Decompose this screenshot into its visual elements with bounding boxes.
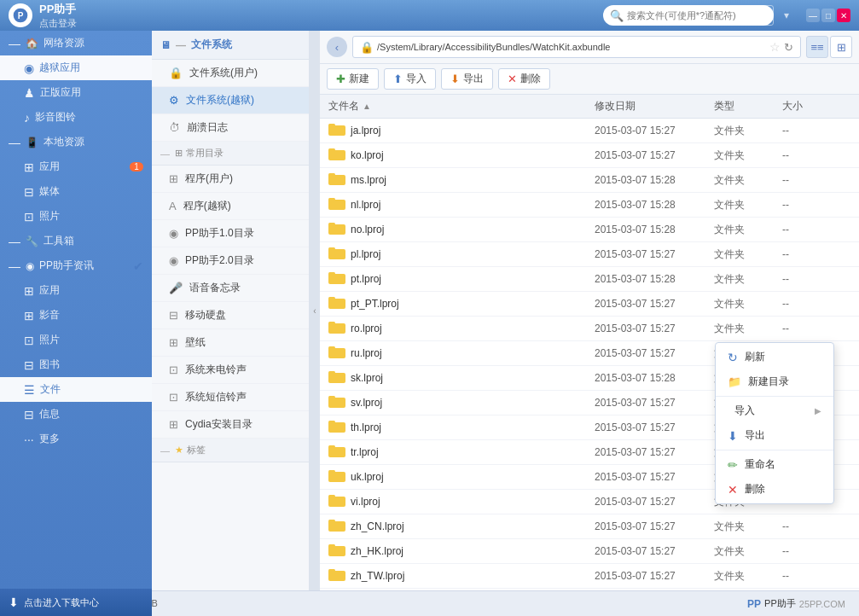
file-size: --	[782, 248, 850, 260]
middle-item-cydia[interactable]: ⊞ Cydia安装目录	[152, 411, 309, 439]
svg-rect-5	[328, 148, 335, 153]
search-input[interactable]	[627, 10, 763, 20]
network-label: 网络资源	[44, 36, 84, 50]
ctx-delete-icon: ✕	[728, 483, 738, 497]
export-btn[interactable]: ⬇ 导出	[441, 68, 493, 90]
table-row[interactable]: _CodeSignature2015-03-11 16:34文件夹--	[320, 589, 859, 590]
middle-item-crash-log[interactable]: ⏱ 崩溃日志	[152, 114, 309, 142]
sidebar-item-news-more[interactable]: ··· 更多	[0, 427, 152, 451]
collapse-handle[interactable]: ‹	[310, 31, 320, 590]
middle-item-pp1-dir[interactable]: ◉ PP助手1.0目录	[152, 220, 309, 247]
table-row[interactable]: pt_PT.lproj2015-03-07 15:27文件夹--	[320, 292, 859, 317]
sidebar-item-news-books[interactable]: ⊟ 图书	[0, 352, 152, 377]
sidebar-item-photos[interactable]: ⊡ 照片	[0, 204, 152, 229]
sidebar-item-official-apps[interactable]: ♟ 正版应用	[0, 80, 152, 105]
sidebar-item-apps[interactable]: ⊞ 应用 1	[0, 154, 152, 179]
ctx-rename[interactable]: ✏ 重命名	[716, 452, 833, 477]
middle-item-voice-memo[interactable]: 🎤 语音备忘录	[152, 275, 309, 302]
sidebar-section-network[interactable]: — 🏠 网络资源	[0, 31, 152, 55]
sidebar-item-media[interactable]: ⊟ 媒体	[0, 179, 152, 204]
file-date: 2015-03-07 15:28	[595, 199, 714, 211]
close-btn[interactable]: ✕	[837, 9, 850, 22]
sidebar-item-news-photos[interactable]: ⊡ 照片	[0, 328, 152, 352]
file-name: ro.lproj	[351, 323, 595, 334]
file-type: 文件夹	[714, 173, 782, 188]
file-size: --	[782, 174, 850, 186]
file-date: 2015-03-07 15:27	[595, 298, 714, 310]
sidebar-item-jailbreak-apps[interactable]: ◉ 越狱应用	[0, 55, 152, 80]
file-name: nl.lproj	[351, 199, 595, 211]
middle-item-fs-user[interactable]: 🔒 文件系统(用户)	[152, 60, 309, 87]
table-row[interactable]: ja.lproj2015-03-07 15:27文件夹--	[320, 119, 859, 143]
star-icon[interactable]: ☆	[769, 40, 781, 54]
media-label: 媒体	[39, 184, 60, 199]
table-row[interactable]: zh_CN.lproj2015-03-07 15:27文件夹--	[320, 514, 859, 539]
sidebar-section-toolbox[interactable]: — 🔧 工具箱	[0, 229, 152, 253]
tags-label: 标签	[187, 444, 206, 456]
back-btn[interactable]: ‹	[327, 37, 347, 57]
middle-item-mobile-hdd[interactable]: ⊟ 移动硬盘	[152, 302, 309, 329]
file-icon	[328, 394, 345, 411]
list-view-btn[interactable]: ≡≡	[806, 36, 828, 58]
refresh-icon[interactable]: ↻	[784, 41, 793, 54]
table-row[interactable]: ro.lproj2015-03-07 15:27文件夹--	[320, 317, 859, 341]
table-row[interactable]: ko.lproj2015-03-07 15:27文件夹--	[320, 143, 859, 168]
middle-item-programs-user[interactable]: ⊞ 程序(用户)	[152, 166, 309, 193]
ctx-export-icon: ⬇	[728, 429, 738, 443]
file-size: --	[782, 545, 850, 557]
file-icon	[328, 147, 345, 164]
ctx-refresh[interactable]: ↻ 刷新	[716, 345, 833, 369]
middle-item-sys-ringtone[interactable]: ⊡ 系统来电铃声	[152, 357, 309, 384]
minimize-btn[interactable]: —	[806, 9, 820, 22]
import-btn[interactable]: ⬆ 导入	[384, 68, 436, 90]
address-input-wrap: 🔒 /System/Library/AccessibilityBundles/W…	[352, 36, 801, 58]
ctx-rename-label: 重命名	[745, 457, 775, 472]
sidebar-item-news-apps[interactable]: ⊞ 应用	[0, 278, 152, 303]
login-link[interactable]: 点击登录	[39, 17, 77, 30]
file-size: --	[782, 323, 850, 334]
svg-rect-15	[328, 272, 335, 276]
col-date-header: 修改日期	[595, 99, 714, 113]
middle-item-sys-sms[interactable]: ⊡ 系统短信铃声	[152, 384, 309, 411]
window-controls: — □ ✕	[806, 9, 850, 22]
news-apps-label: 应用	[39, 283, 60, 298]
sidebar-item-ringtones[interactable]: ♪ 影音图铃	[0, 105, 152, 130]
ctx-import[interactable]: 导入 ▶	[716, 398, 833, 423]
programs-user-icon: ⊞	[169, 172, 178, 185]
sidebar-item-news-files[interactable]: ☰ 文件	[0, 377, 152, 402]
ctx-delete[interactable]: ✕ 删除	[716, 477, 833, 502]
middle-item-programs-jailbreak[interactable]: A 程序(越狱)	[152, 193, 309, 220]
middle-item-fs-jailbreak[interactable]: ⚙ 文件系统(越狱)	[152, 87, 309, 114]
table-row[interactable]: zh_TW.lproj2015-03-07 15:27文件夹--	[320, 564, 859, 589]
sys-sms-label: 系统短信铃声	[185, 390, 247, 404]
sidebar-section-local[interactable]: — 📱 本地资源	[0, 130, 152, 154]
col-date-label: 修改日期	[595, 100, 636, 112]
file-name: zh_CN.lproj	[351, 520, 595, 532]
grid-view-btn[interactable]: ⊞	[830, 36, 852, 58]
table-row[interactable]: pl.lproj2015-03-07 15:27文件夹--	[320, 242, 859, 267]
maximize-btn[interactable]: □	[821, 9, 835, 22]
ctx-new-folder-label: 新建目录	[748, 375, 789, 389]
pp-site: 25PP.COM	[799, 599, 845, 609]
sidebar-section-pp-news[interactable]: — ◉ PP助手资讯 ✔	[0, 253, 152, 278]
table-row[interactable]: zh_HK.lproj2015-03-07 15:27文件夹--	[320, 539, 859, 564]
table-row[interactable]: ms.lproj2015-03-07 15:28文件夹--	[320, 168, 859, 193]
new-btn[interactable]: ✚ 新建	[327, 68, 379, 90]
titlebar: P PP助手 点击登录 ⚡ 修复闪退 / 弹窗 ♪ ▾ 🔍 — □ ✕	[0, 0, 859, 31]
table-row[interactable]: no.lproj2015-03-07 15:28文件夹--	[320, 218, 859, 242]
news-books-label: 图书	[39, 357, 60, 372]
ctx-export[interactable]: ⬇ 导出	[716, 423, 833, 448]
middle-item-wallpaper[interactable]: ⊞ 壁纸	[152, 329, 309, 357]
file-type: 文件夹	[714, 520, 782, 534]
ctx-new-folder[interactable]: 📁 新建目录	[716, 369, 833, 394]
file-icon	[328, 270, 345, 288]
download-center[interactable]: ⬇ 点击进入下载中心	[0, 589, 152, 590]
middle-item-pp2-dir[interactable]: ◉ PP助手2.0目录	[152, 247, 309, 275]
delete-btn[interactable]: ✕ 删除	[498, 68, 550, 90]
svg-rect-33	[328, 495, 335, 499]
news-video-label: 影音	[39, 308, 60, 323]
table-row[interactable]: pt.lproj2015-03-07 15:28文件夹--	[320, 267, 859, 292]
table-row[interactable]: nl.lproj2015-03-07 15:28文件夹--	[320, 193, 859, 218]
sidebar-item-news-messages[interactable]: ⊟ 信息	[0, 402, 152, 427]
sidebar-item-news-video[interactable]: ⊞ 影音	[0, 303, 152, 328]
